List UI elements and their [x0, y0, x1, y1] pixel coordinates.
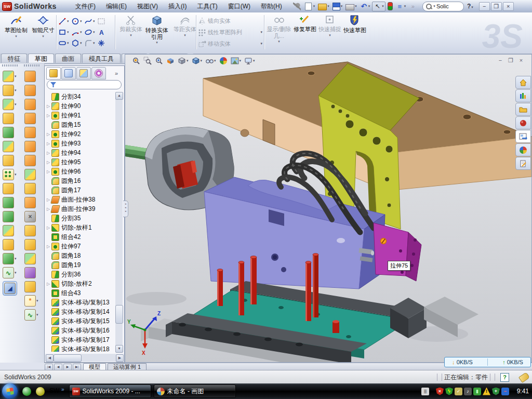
- tree-item[interactable]: 分割34: [46, 92, 115, 101]
- toolbar-revolved-boss-button[interactable]: ▾: [3, 99, 17, 110]
- zoom-magnify-button[interactable]: [155, 57, 163, 65]
- sync-blocked-icon[interactable]: −: [501, 388, 509, 395]
- convert-entities-caret-icon[interactable]: ▾: [156, 41, 158, 45]
- tree-filter-box[interactable]: [47, 80, 122, 89]
- sketch-tool-polygon[interactable]: ▾: [71, 37, 84, 48]
- sketch-caret-icon[interactable]: ▾: [15, 34, 17, 38]
- tree-item[interactable]: 分割36: [46, 270, 115, 279]
- tree-item[interactable]: 实体-移动/复制18: [46, 344, 115, 352]
- toolbar-boundary-boss-button[interactable]: [3, 141, 14, 152]
- toolbar-instant3d-button[interactable]: ◢: [3, 281, 17, 296]
- task-button-1[interactable]: 未命名 - 画图: [154, 384, 236, 398]
- stoplight-icon[interactable]: [387, 2, 394, 11]
- tree-scroll-left-button[interactable]: ◀: [46, 354, 54, 362]
- network-icon[interactable]: ▮: [473, 388, 481, 395]
- minimize-button[interactable]: −: [479, 2, 490, 11]
- tab-曲面[interactable]: 曲面: [55, 54, 81, 63]
- taskpane-tab-file-explorer[interactable]: [515, 103, 531, 116]
- toolbar-delete-body-button[interactable]: ×: [24, 211, 36, 222]
- options-button-caret[interactable]: ▾: [404, 4, 406, 8]
- hide-show-items-button[interactable]: ▾: [205, 57, 216, 65]
- toolbar-linear-pattern-button[interactable]: ▾: [3, 169, 17, 180]
- select-button[interactable]: ↖▾: [372, 2, 385, 11]
- pin-icon[interactable]: [292, 2, 302, 11]
- tree-hscroll-thumb[interactable]: [54, 354, 82, 362]
- quick-launch-messenger-icon[interactable]: [22, 387, 31, 396]
- tree-tabs-overflow[interactable]: »: [115, 70, 118, 76]
- tree-scroll-right-button[interactable]: ▶: [116, 354, 124, 362]
- tree-item[interactable]: ▷拉伸93: [46, 139, 115, 148]
- tree-item[interactable]: 实体-移动/复制16: [46, 326, 115, 335]
- tree-item[interactable]: ▷切除-放样2: [46, 279, 115, 288]
- volume-icon[interactable]: ♪: [464, 388, 472, 395]
- view-settings-button[interactable]: ▾: [244, 57, 255, 65]
- task-button-0[interactable]: SWSolidWorks 2009 - ...: [69, 384, 151, 398]
- undo-button[interactable]: ↶▾: [359, 2, 371, 11]
- new-file-button-caret[interactable]: ▾: [313, 4, 315, 8]
- tree-tab-propertymanager[interactable]: [61, 67, 76, 79]
- keyboard-icon[interactable]: ≣: [421, 388, 429, 395]
- prev-tab-button[interactable]: ◀: [54, 364, 62, 370]
- open-file-button-caret[interactable]: ▾: [327, 4, 329, 8]
- display-style-button[interactable]: ▾: [192, 57, 203, 65]
- edit-appearance-button[interactable]: [219, 57, 228, 65]
- toolbar-draft-button[interactable]: [3, 197, 14, 208]
- menu-item-2[interactable]: 视图(V): [132, 1, 163, 12]
- tree-vscroll-thumb[interactable]: [115, 305, 123, 324]
- smart-dimension-caret-icon[interactable]: ▾: [42, 34, 44, 38]
- search-box[interactable]: ▾: [422, 2, 464, 11]
- toolbar-move-copy-body-button[interactable]: [24, 253, 36, 264]
- search-input[interactable]: [435, 3, 460, 10]
- select-button-caret[interactable]: ▾: [382, 4, 384, 8]
- toolbar-split-feature-button[interactable]: [24, 239, 36, 250]
- toolbar-curves-button[interactable]: ∿▾: [3, 267, 17, 278]
- offset-entities-button[interactable]: 等距实体 ▾: [172, 14, 198, 51]
- toolbar-spline-feature-button[interactable]: ∿▾: [24, 309, 38, 321]
- taskbar-clock[interactable]: 9:41: [517, 388, 529, 395]
- tree-item[interactable]: 圆角19: [46, 260, 115, 270]
- magenta-block-part[interactable]: [374, 223, 421, 281]
- move-entities-button[interactable]: 移动实体 ▾: [198, 38, 262, 49]
- tree-item[interactable]: 分割35: [46, 214, 115, 223]
- panel-splitter-handle[interactable]: ◂◂◂: [123, 201, 128, 217]
- quick-launch-solidworks-icon[interactable]: SW: [49, 387, 58, 396]
- tab-特征[interactable]: 特征: [1, 54, 27, 63]
- print-button[interactable]: ▾: [344, 2, 358, 11]
- doc-restore-button[interactable]: ❐: [506, 57, 516, 64]
- toolbar-flex-button[interactable]: [24, 71, 36, 82]
- smart-dimension-button[interactable]: 智能尺寸 ▾: [30, 14, 56, 51]
- tree-item[interactable]: ▷拉伸94: [46, 148, 115, 157]
- help-button[interactable]: ?▾: [467, 3, 473, 10]
- sketch-tool-sketch-fillet[interactable]: ▾: [84, 37, 97, 48]
- toolbar-wrap-button[interactable]: [3, 239, 14, 250]
- tree-item[interactable]: ▷曲面-拉伸38: [46, 195, 115, 204]
- tree-item[interactable]: 实体-移动/复制13: [46, 298, 115, 307]
- tree-scroll-down-button[interactable]: ▼: [115, 345, 123, 353]
- tree-item[interactable]: 实体-移动/复制15: [46, 316, 115, 326]
- tree-item[interactable]: ▷切除-放样1: [46, 223, 115, 232]
- sketch-button[interactable]: 草图绘制 ▾: [3, 14, 29, 51]
- toolbar-reference-geometry-button[interactable]: ▾: [3, 253, 17, 264]
- restore-button[interactable]: ❐: [491, 2, 502, 11]
- tree-tab-dimxpertmanager[interactable]: [91, 67, 106, 79]
- tree-item[interactable]: 圆角16: [46, 176, 115, 185]
- tree-item[interactable]: 实体-移动/复制14: [46, 307, 115, 316]
- toolbar-sweep-cut-button[interactable]: [24, 99, 36, 110]
- model-tab-0[interactable]: 模型: [83, 363, 106, 370]
- zoom-area-button[interactable]: [143, 57, 152, 65]
- tree-tab-configurationmanager[interactable]: [76, 67, 91, 79]
- menu-item-4[interactable]: 工具(T): [192, 1, 222, 12]
- next-tab-button[interactable]: ▶: [63, 364, 72, 370]
- toolbar-dome-button[interactable]: [24, 169, 36, 180]
- taskpane-tab-view-palette[interactable]: [515, 130, 531, 143]
- tag-icon[interactable]: [518, 372, 530, 383]
- display-delete-relations-button[interactable]: 显示/删除几... ▾: [266, 14, 292, 51]
- menu-item-3[interactable]: 插入(I): [163, 1, 192, 12]
- tree-item[interactable]: 实体-移动/复制17: [46, 335, 115, 344]
- mirror-entities-button[interactable]: 镜向实体: [198, 15, 262, 26]
- repair-sketch-button[interactable]: 修复草图: [292, 14, 318, 51]
- zoom-fit-button[interactable]: [132, 57, 140, 65]
- section-view-button[interactable]: [166, 57, 175, 65]
- toolbar-lofted-boss-button[interactable]: [3, 127, 14, 138]
- menu-item-5[interactable]: 窗口(W): [223, 1, 256, 12]
